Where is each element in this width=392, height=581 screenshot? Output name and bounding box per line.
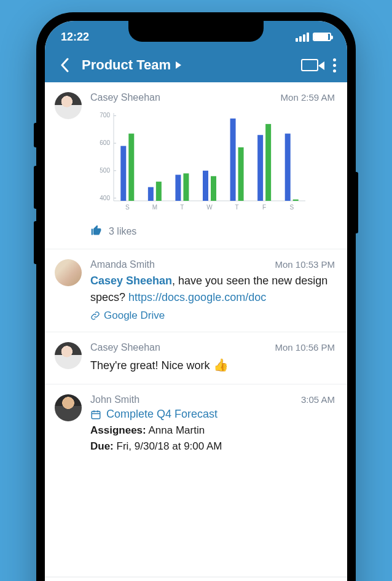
- likes-button[interactable]: 3 likes: [90, 224, 335, 239]
- svg-text:W: W: [206, 204, 213, 211]
- svg-rect-16: [175, 175, 181, 201]
- svg-rect-31: [92, 411, 100, 418]
- task-assignees: Assignees: Anna Martin: [90, 424, 335, 437]
- message-timestamp: Mon 2:59 AM: [281, 92, 335, 103]
- svg-rect-28: [285, 134, 291, 201]
- message-author: Casey Sheehan: [90, 92, 160, 103]
- message-composer: +: [45, 577, 347, 581]
- dropdown-triangle-icon: [176, 61, 181, 69]
- avatar[interactable]: [55, 342, 82, 369]
- svg-rect-20: [211, 176, 216, 201]
- message-item: Casey Sheehan Mon 2:59 AM 400500600700SM…: [45, 82, 347, 249]
- svg-text:600: 600: [100, 139, 110, 146]
- message-author: Casey Sheehan: [90, 342, 160, 353]
- svg-rect-10: [120, 146, 126, 201]
- svg-text:T: T: [180, 204, 184, 211]
- message-timestamp: 3:05 AM: [301, 394, 335, 405]
- svg-rect-22: [230, 119, 236, 201]
- back-button[interactable]: [56, 57, 73, 74]
- avatar[interactable]: [55, 394, 82, 421]
- chat-title: Product Team: [82, 57, 171, 73]
- link-url[interactable]: https://docs.google.com/doc: [128, 291, 266, 303]
- video-call-button[interactable]: [301, 59, 318, 71]
- bar-chart: 400500600700SMTWTFS: [90, 108, 312, 216]
- svg-rect-13: [148, 187, 154, 201]
- avatar[interactable]: [55, 259, 82, 286]
- svg-text:S: S: [125, 204, 130, 211]
- likes-count: 3 likes: [109, 226, 136, 237]
- svg-text:T: T: [235, 204, 239, 211]
- svg-text:700: 700: [100, 112, 110, 119]
- nav-bar: Product Team: [45, 48, 347, 82]
- link-icon: [90, 311, 100, 321]
- svg-rect-26: [265, 124, 271, 201]
- svg-rect-19: [203, 171, 208, 201]
- svg-rect-23: [238, 147, 244, 201]
- chart-attachment[interactable]: 400500600700SMTWTFS: [90, 108, 335, 216]
- avatar[interactable]: [55, 92, 82, 119]
- svg-rect-11: [128, 134, 134, 201]
- task-link[interactable]: Complete Q4 Forecast: [90, 408, 335, 421]
- signal-icon: [296, 33, 309, 42]
- message-author: John Smith: [90, 394, 139, 405]
- svg-text:500: 500: [100, 167, 110, 174]
- message-timestamp: Mon 10:53 PM: [275, 259, 335, 270]
- message-item: Amanda Smith Mon 10:53 PM Casey Sheehan,…: [45, 249, 347, 332]
- notch: [128, 21, 264, 42]
- message-item: Casey Sheehan Mon 10:56 PM They're great…: [45, 332, 347, 384]
- message-text: Casey Sheehan, have you seen the new des…: [90, 273, 335, 306]
- message-timestamp: Mon 10:56 PM: [275, 342, 335, 353]
- message-author: Amanda Smith: [90, 259, 155, 270]
- task-title-text: Complete Q4 Forecast: [106, 408, 218, 421]
- link-preview-label: Google Drive: [104, 310, 165, 322]
- chevron-left-icon: [60, 58, 69, 72]
- svg-rect-14: [156, 182, 162, 201]
- thumbs-up-emoji: 👍: [213, 358, 229, 372]
- message-item: John Smith 3:05 AM Complete Q4 Forecast …: [45, 384, 347, 462]
- mention[interactable]: Casey Sheehan: [90, 275, 172, 287]
- more-menu-button[interactable]: [333, 58, 336, 72]
- svg-rect-29: [293, 200, 299, 201]
- battery-icon: [313, 33, 331, 41]
- link-preview[interactable]: Google Drive: [90, 310, 335, 322]
- status-time: 12:22: [61, 31, 89, 44]
- svg-rect-17: [183, 173, 189, 201]
- message-list[interactable]: Casey Sheehan Mon 2:59 AM 400500600700SM…: [45, 82, 347, 577]
- svg-text:S: S: [289, 204, 294, 211]
- calendar-icon: [90, 409, 101, 420]
- message-text: They're great! Nice work 👍: [90, 356, 335, 374]
- svg-text:400: 400: [100, 195, 110, 201]
- svg-text:F: F: [262, 204, 266, 211]
- svg-rect-25: [257, 135, 263, 201]
- task-due: Due: Fri, 9/30/18 at 9:00 AM: [90, 440, 335, 453]
- chat-title-button[interactable]: Product Team: [82, 57, 292, 73]
- thumbs-up-icon: [90, 224, 103, 239]
- svg-text:M: M: [152, 204, 157, 211]
